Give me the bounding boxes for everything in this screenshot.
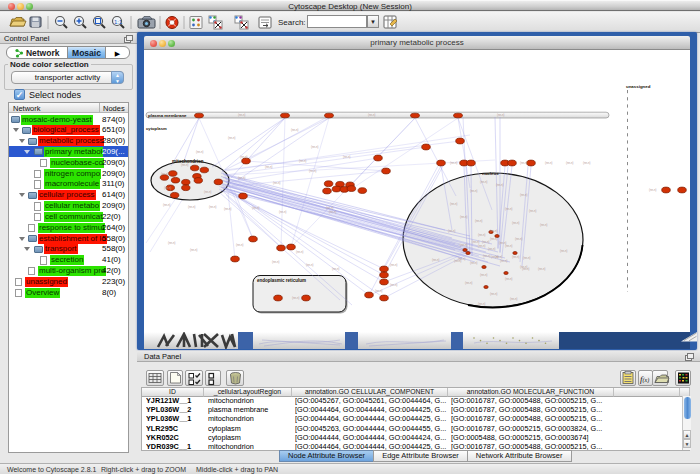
svg-text:(nn-n): (nn-n)	[163, 203, 171, 207]
svg-text:(nn-n): (nn-n)	[332, 267, 340, 271]
svg-text:(nn-n): (nn-n)	[311, 145, 319, 149]
svg-text:(nn-n): (nn-n)	[520, 193, 528, 197]
svg-text:(nn-n): (nn-n)	[490, 237, 498, 241]
svg-text:(nn-n): (nn-n)	[291, 128, 299, 132]
svg-text:(nn-n): (nn-n)	[483, 254, 491, 258]
svg-text:(nn-n): (nn-n)	[490, 292, 498, 296]
svg-text:(nn-n): (nn-n)	[209, 205, 217, 209]
svg-text:(nn-n): (nn-n)	[296, 250, 304, 254]
svg-text:(nn-n): (nn-n)	[512, 255, 520, 259]
svg-text:(nn-n): (nn-n)	[649, 188, 657, 192]
svg-text:(nn-n): (nn-n)	[540, 223, 548, 227]
svg-text:(nn-n): (nn-n)	[450, 202, 458, 206]
svg-text:(nn-n): (nn-n)	[520, 161, 528, 165]
svg-text:(nn-n): (nn-n)	[299, 159, 307, 163]
svg-text:(nn-n): (nn-n)	[510, 297, 518, 301]
svg-text:(nn-n): (nn-n)	[480, 273, 488, 277]
svg-text:(nn-n): (nn-n)	[522, 267, 530, 271]
svg-text:(nn-n): (nn-n)	[515, 237, 523, 241]
svg-text:(nn-n): (nn-n)	[292, 296, 300, 300]
svg-text:(nn-n): (nn-n)	[529, 209, 537, 213]
svg-text:(nn-n): (nn-n)	[224, 207, 232, 211]
svg-text:(nn-n): (nn-n)	[523, 256, 531, 260]
svg-text:(nn-n): (nn-n)	[490, 229, 498, 233]
svg-text:(nn-n): (nn-n)	[272, 260, 280, 264]
svg-text:(nn-n): (nn-n)	[478, 233, 486, 237]
svg-text:(nn-n): (nn-n)	[470, 189, 478, 193]
svg-text:(nn-n): (nn-n)	[238, 176, 246, 180]
svg-text:(nn-n): (nn-n)	[491, 255, 499, 259]
svg-text:(nn-n): (nn-n)	[460, 243, 468, 247]
svg-text:(nn-n): (nn-n)	[488, 247, 496, 251]
svg-text:(nn-n): (nn-n)	[465, 281, 473, 285]
svg-text:(nn-n): (nn-n)	[566, 161, 574, 165]
svg-text:(nn-n): (nn-n)	[240, 155, 248, 159]
svg-text:(nn-n): (nn-n)	[432, 258, 440, 262]
svg-text:endoplasmic reticulum: endoplasmic reticulum	[257, 278, 306, 283]
svg-text:unassigned: unassigned	[626, 84, 651, 89]
svg-text:(nn-n): (nn-n)	[273, 181, 281, 185]
svg-text:nucleus: nucleus	[482, 171, 499, 176]
svg-text:(nn-n): (nn-n)	[236, 243, 244, 247]
svg-text:f(x): f(x)	[640, 374, 649, 384]
svg-text:(nn-n): (nn-n)	[583, 161, 591, 165]
svg-text:(nn-n): (nn-n)	[480, 180, 488, 184]
svg-text:(nn-n): (nn-n)	[238, 113, 246, 117]
svg-text:(nn-n): (nn-n)	[188, 205, 196, 209]
svg-text:(nn-n): (nn-n)	[505, 277, 513, 281]
svg-text:(nn-n): (nn-n)	[454, 259, 462, 263]
svg-text:(nn-n): (nn-n)	[512, 221, 520, 225]
svg-text:(nn-n): (nn-n)	[329, 210, 337, 214]
svg-text:(nn-n): (nn-n)	[279, 210, 287, 214]
svg-text:(nn-n): (nn-n)	[560, 249, 568, 253]
svg-text:(nn-n): (nn-n)	[545, 161, 553, 165]
svg-text:(nn-n): (nn-n)	[343, 155, 351, 159]
svg-text:(nn-n): (nn-n)	[470, 261, 478, 265]
svg-text:(nn-n): (nn-n)	[496, 183, 504, 187]
svg-text:(nn-n): (nn-n)	[478, 302, 486, 306]
svg-text:(nn-n): (nn-n)	[460, 215, 468, 219]
svg-text:(nn-n): (nn-n)	[448, 229, 456, 233]
svg-text:(nn-n): (nn-n)	[309, 169, 317, 173]
svg-text:(nn-n): (nn-n)	[181, 163, 189, 167]
svg-text:cytoplasm: cytoplasm	[146, 126, 167, 131]
svg-text:(nn-n): (nn-n)	[190, 248, 198, 252]
svg-text:(nn-n): (nn-n)	[168, 241, 176, 245]
svg-text:(nn-n): (nn-n)	[368, 113, 376, 117]
svg-text:(nn-n): (nn-n)	[375, 289, 383, 293]
svg-text:(nn-n): (nn-n)	[497, 113, 505, 117]
svg-text:1:1: 1:1	[114, 19, 123, 25]
svg-text:(nn-n): (nn-n)	[505, 244, 513, 248]
svg-text:(nn-n): (nn-n)	[306, 263, 314, 267]
svg-text:(nn-n): (nn-n)	[500, 259, 508, 263]
svg-text:(nn-n): (nn-n)	[196, 150, 204, 154]
svg-text:(nn-n): (nn-n)	[228, 136, 236, 140]
svg-text:(nn-n): (nn-n)	[161, 172, 169, 176]
svg-text:plasma membrane: plasma membrane	[148, 113, 187, 118]
svg-text:(nn-n): (nn-n)	[252, 206, 260, 210]
svg-text:(nn-n): (nn-n)	[538, 267, 546, 271]
svg-text:(nn-n): (nn-n)	[390, 263, 398, 267]
svg-text:(nn-n): (nn-n)	[505, 207, 513, 211]
svg-text:(nn-n): (nn-n)	[450, 161, 458, 165]
svg-text:(nn-n): (nn-n)	[390, 283, 398, 287]
svg-text:(nn-n): (nn-n)	[204, 190, 212, 194]
svg-text:(nn-n): (nn-n)	[472, 240, 480, 244]
svg-text:(nn-n): (nn-n)	[475, 219, 483, 223]
svg-text:(nn-n): (nn-n)	[265, 165, 273, 169]
svg-text:(nn-n): (nn-n)	[164, 186, 172, 190]
svg-text:(nn-n): (nn-n)	[478, 244, 486, 248]
